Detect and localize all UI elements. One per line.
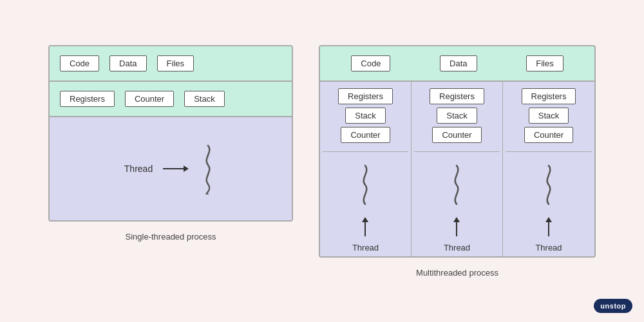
multi-thread-columns: Registers Stack Counter Thread Registers [320,82,594,256]
multi-thread-col-1: Registers Stack Counter Thread [320,82,412,256]
single-thread-section: Thread [50,117,292,220]
multi-thread-col-2: Registers Stack Counter Thread [412,82,503,256]
single-thread-items-section: Registers Counter Stack [50,82,292,117]
multi-squiggle-3 [540,164,558,211]
multi-threaded-box: Code Data Files Registers Stack Counter [319,45,596,258]
single-registers-label: Registers [60,91,115,107]
multi-caption: Multithreaded process [416,268,498,278]
multi-t3-stack: Stack [529,108,569,124]
multi-data-label: Data [440,55,477,71]
multi-thread-col-3: Registers Stack Counter Thread [503,82,594,256]
single-threaded-box: Code Data Files Registers Counter Stack … [48,45,293,222]
multi-code-label: Code [351,55,390,71]
multi-t2-arrow [452,217,461,236]
multi-t1-label: Thread [352,243,379,252]
single-data-label: Data [109,55,146,71]
single-squiggle [199,143,217,194]
unstop-logo: unstop [594,299,632,313]
single-thread-arrow [163,164,189,174]
single-caption: Single-threaded process [126,232,216,242]
multi-t2-label: Thread [444,243,470,252]
single-thread-items-row: Registers Counter Stack [60,91,281,107]
multi-shared-section: Code Data Files [320,46,594,82]
single-files-label: Files [157,55,194,71]
multi-t1-registers: Registers [338,88,393,104]
single-counter-label: Counter [125,91,174,107]
multi-squiggle-1 [356,164,374,211]
multi-shared-row: Code Data Files [330,55,584,71]
multi-t3-registers: Registers [522,88,576,104]
multi-threaded-wrapper: Code Data Files Registers Stack Counter [319,45,596,278]
multi-squiggle-2 [448,164,466,211]
multi-t1-counter: Counter [341,127,390,143]
multi-t2-stack: Stack [437,108,477,124]
multi-t1-stack: Stack [345,108,386,124]
multi-t3-arrow [544,217,553,236]
single-stack-label: Stack [184,91,225,107]
single-thread-content: Thread [124,143,217,194]
single-shared-section: Code Data Files [50,46,292,82]
single-thread-text: Thread [124,164,153,174]
single-threaded-wrapper: Code Data Files Registers Counter Stack … [48,45,293,242]
single-code-label: Code [60,55,99,71]
single-shared-row: Code Data Files [60,55,281,71]
multi-t1-arrow [361,217,370,236]
multi-t2-counter: Counter [432,127,481,143]
multi-t3-label: Thread [535,243,562,252]
multi-t2-registers: Registers [430,88,484,104]
multi-t3-counter: Counter [524,127,573,143]
multi-files-label: Files [526,55,563,71]
main-container: Code Data Files Registers Counter Stack … [35,32,609,290]
